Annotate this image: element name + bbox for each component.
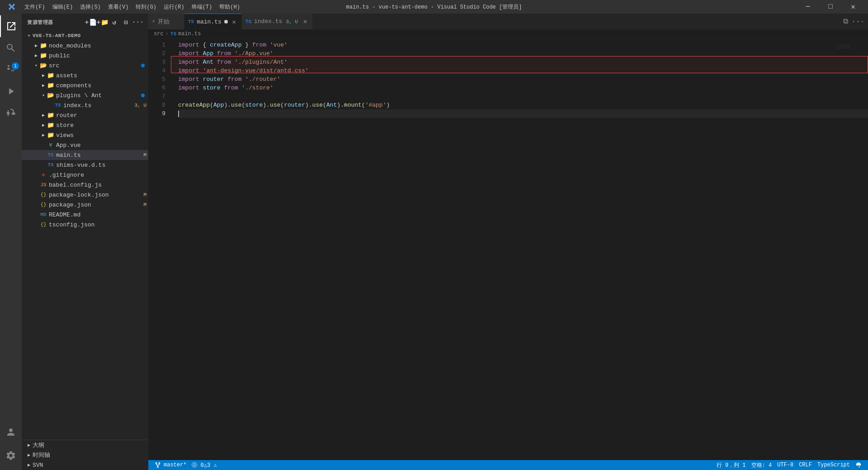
close-button[interactable]: ✕ [843, 0, 863, 14]
line-num-9: 9 [148, 109, 165, 118]
menu-item-g[interactable]: 转到(G) [132, 2, 160, 12]
minimize-button[interactable]: ─ [797, 0, 818, 14]
sidebar-item-store[interactable]: ▶ 📁 store [22, 120, 148, 130]
readme-label: README.md [49, 212, 148, 218]
sidebar-item-src[interactable]: ▾ 📂 src [22, 61, 148, 70]
index_ts-tab-close[interactable]: ✕ [302, 18, 309, 25]
code-editor[interactable]: 1 2 3 4 5 6 7 8 9 import { createApp } f… [148, 39, 868, 460]
main_ts-label: main.ts [56, 152, 143, 159]
refresh-button[interactable]: ↺ [109, 17, 119, 27]
maximize-button[interactable]: □ [820, 0, 841, 14]
views-label: views [56, 132, 148, 139]
str-ant: './plugins/Ant' [235, 58, 288, 66]
components-folder-icon: 📁 [47, 82, 54, 89]
collapse-all-button[interactable]: ⊟ [121, 17, 131, 27]
sync-status[interactable]: ⓪ 0△3 ⚠ [189, 460, 219, 470]
source-control-activity-icon[interactable]: 1 [0, 59, 22, 80]
paren-7: ( [323, 101, 326, 109]
sidebar-item-package_json[interactable]: ▶ {} package.json M [22, 200, 148, 210]
code-line-9 [178, 109, 868, 118]
node_modules-label: node_modules [49, 42, 148, 49]
str-app: './App.vue' [235, 49, 274, 58]
sidebar-item-node_modules[interactable]: ▶ 📁 node_modules [22, 41, 148, 51]
encoding-text: UTF-8 [777, 462, 793, 468]
sidebar-item-main_ts[interactable]: ▶ TS main.ts M [22, 150, 148, 160]
createApp-fn: createApp [178, 101, 210, 109]
from-kw-2: from [213, 49, 235, 58]
status-right: 行 9，列 1 空格: 4 UTF-8 CRLF TypeScript [714, 460, 864, 470]
menu-item-s[interactable]: 选择(S) [76, 2, 104, 12]
str-router: './router' [245, 75, 280, 84]
menu-item-f[interactable]: 文件(F) [21, 2, 49, 12]
main_ts-tab-close[interactable]: ✕ [231, 18, 238, 25]
timeline-panel[interactable]: ▶ 时间轴 [22, 450, 148, 460]
run-activity-icon[interactable] [0, 80, 22, 102]
sidebar-item-public[interactable]: ▶ 📁 public [22, 51, 148, 61]
sidebar-item-plugins[interactable]: ▾ 📂 plugins \ Ant [22, 90, 148, 100]
breadcrumb-sep1: › [165, 31, 169, 37]
account-icon[interactable] [0, 421, 22, 443]
views-expand-arrow: ▶ [40, 132, 47, 139]
code-line-3: import Ant from './plugins/Ant' [178, 58, 868, 66]
tab-index_ts[interactable]: TS index.ts 3, U ✕ [242, 14, 313, 29]
outline-panel[interactable]: ▶ 大纲 [22, 440, 148, 450]
code-line-5: import router from './router' [178, 75, 868, 84]
sidebar-item-assets[interactable]: ▶ 📁 assets [22, 70, 148, 80]
tsconfig-label: tsconfig.json [49, 221, 148, 228]
extensions-activity-icon[interactable] [0, 102, 22, 124]
split-editor-button[interactable]: ⧉ [839, 15, 852, 28]
node_modules-folder-icon: 📁 [40, 42, 47, 49]
tab-main_ts[interactable]: TS main.ts ✕ [184, 14, 242, 29]
breadcrumb-src[interactable]: src [154, 31, 164, 37]
main_ts-file-icon: TS [47, 151, 54, 159]
mount-fn: mount [344, 101, 362, 109]
encoding-status[interactable]: UTF-8 [774, 460, 796, 470]
paren-6: ) [305, 101, 309, 109]
public-label: public [49, 52, 148, 59]
main_ts-tab-label: main.ts [197, 19, 222, 25]
use-fn-1: use [231, 101, 241, 109]
language-status[interactable]: TypeScript [815, 460, 853, 470]
code-line-6: import store from './store' [178, 84, 868, 92]
menu-item-t[interactable]: 终端(T) [188, 2, 216, 12]
sidebar-item-babel[interactable]: ▶ JS babel.config.js [22, 180, 148, 190]
cursor [178, 111, 179, 117]
git-branch-status[interactable]: master* [152, 460, 189, 470]
more-options-button[interactable]: ··· [133, 17, 143, 27]
explorer-activity-icon[interactable] [0, 15, 22, 37]
sidebar-item-app_vue[interactable]: ▶ V App.vue [22, 140, 148, 150]
line-numbers: 1 2 3 4 5 6 7 8 9 [148, 39, 171, 460]
project-root[interactable]: ▾ VUE-TS-ANT-DEMO [22, 31, 148, 41]
sidebar-item-index_ts[interactable]: ▶ TS index.ts 3, U [22, 100, 148, 110]
svn-panel[interactable]: ▶ SVN [22, 460, 148, 470]
sidebar-item-tsconfig[interactable]: ▶ {} tsconfig.json [22, 220, 148, 230]
router-folder-icon: 📁 [47, 112, 54, 119]
sidebar-item-gitignore[interactable]: ▶ ⊗ .gitignore [22, 170, 148, 180]
eol-status[interactable]: CRLF [796, 460, 815, 470]
sidebar-item-readme[interactable]: ▶ MD README.md [22, 210, 148, 220]
more-tabs-button[interactable]: ··· [852, 15, 864, 28]
settings-icon[interactable] [0, 445, 22, 466]
code-content[interactable]: import { createApp } from 'vue' import A… [171, 39, 868, 460]
menu-item-e[interactable]: 编辑(E) [49, 2, 77, 12]
eol-text: CRLF [799, 462, 812, 468]
breadcrumb-file[interactable]: main.ts [178, 31, 201, 37]
brace-open-1: { [203, 41, 210, 49]
menu-item-h[interactable]: 帮助(H) [216, 2, 244, 12]
cursor-position-status[interactable]: 行 9，列 1 [714, 460, 749, 470]
notifications-status[interactable] [853, 460, 864, 470]
sidebar-item-package_lock[interactable]: ▶ {} package-lock.json M [22, 190, 148, 200]
tab-welcome[interactable]: ⚡ 开始 [148, 14, 184, 29]
sidebar-item-views[interactable]: ▶ 📁 views [22, 130, 148, 140]
menu-item-r[interactable]: 运行(R) [160, 2, 188, 12]
sidebar-item-components[interactable]: ▶ 📁 components [22, 80, 148, 90]
sidebar-item-shims[interactable]: ▶ TS shims-vue.d.ts [22, 160, 148, 170]
new-folder-button[interactable]: +📁 [98, 17, 108, 27]
menu-item-v[interactable]: 查看(V) [104, 2, 132, 12]
paren-5: ( [280, 101, 284, 109]
sidebar-actions: +📄 +📁 ↺ ⊟ ··· [86, 17, 143, 27]
new-file-button[interactable]: +📄 [86, 17, 96, 27]
search-activity-icon[interactable] [0, 37, 22, 59]
indentation-status[interactable]: 空格: 4 [749, 460, 775, 470]
sidebar-item-router[interactable]: ▶ 📁 router [22, 110, 148, 120]
